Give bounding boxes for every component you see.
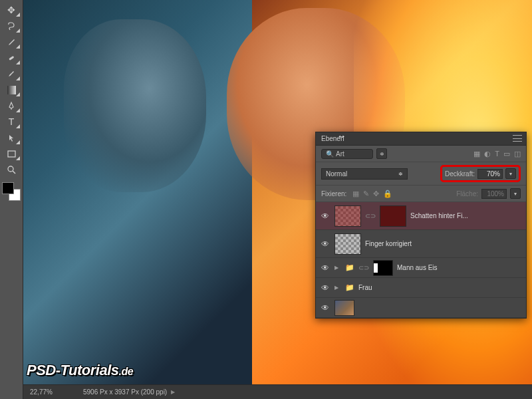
svg-point-3 (8, 166, 13, 172)
move-tool[interactable]: ✥ (2, 3, 21, 17)
eyedropper-tool[interactable] (2, 35, 21, 49)
tools-toolbar: ✥ T (0, 0, 23, 399)
brush-tool[interactable] (2, 66, 21, 81)
lock-transparency-icon[interactable]: ▦ (352, 190, 359, 198)
watermark: PSD-Tutorials.de (27, 362, 133, 379)
svg-rect-2 (8, 151, 15, 157)
lock-position-icon[interactable]: ✥ (373, 190, 379, 198)
folder-icon: 📁 (345, 283, 354, 292)
layer-name[interactable]: Schatten hinter Fi... (410, 212, 522, 219)
visibility-toggle-icon[interactable]: 👁 (320, 303, 331, 313)
filter-adjustment-icon[interactable]: ◐ (484, 150, 491, 158)
document-info: 5906 Px x 3937 Px (200 ppi) (83, 388, 167, 396)
zoom-level[interactable]: 22,77% (30, 388, 70, 396)
filter-type-icons: ▦ ◐ T ▭ ◫ (473, 150, 521, 158)
layers-panel: Ebenen 🔍 Art ≑ ▦ ◐ T ▭ ◫ Normal ≑ Deckkr… (315, 132, 527, 319)
layer-thumbnail[interactable] (334, 233, 361, 255)
panel-header: Ebenen (316, 132, 526, 146)
lock-label: Fixieren: (321, 190, 346, 198)
opacity-dropdown[interactable]: ▾ (505, 168, 516, 179)
zoom-tool[interactable] (2, 162, 21, 177)
group-mask-thumbnail[interactable] (373, 260, 393, 276)
type-tool[interactable]: T (2, 114, 21, 129)
filter-label: Art (336, 150, 344, 158)
visibility-toggle-icon[interactable]: 👁 (320, 239, 331, 249)
mask-link-icon[interactable]: ⊂⊃ (358, 264, 369, 271)
fill-dropdown[interactable]: ▾ (510, 188, 521, 199)
layer-group-row[interactable]: 👁 ▶ 📁 Frau (316, 278, 526, 298)
layer-group-row[interactable]: 👁 ▶ 📁 ⊂⊃ Mann aus Eis (316, 258, 526, 278)
filter-shape-icon[interactable]: ▭ (503, 150, 510, 158)
panel-title: Ebenen (321, 135, 344, 142)
search-icon: 🔍 (326, 150, 334, 158)
folder-icon: 📁 (345, 263, 354, 272)
status-bar: 22,77% 5906 Px x 3937 Px (200 ppi) ▶ (23, 384, 532, 399)
lasso-tool[interactable] (2, 19, 21, 33)
layer-mask-thumbnail[interactable] (380, 205, 406, 227)
layer-thumbnail[interactable] (334, 205, 361, 227)
watermark-suffix: .de (119, 366, 134, 377)
svg-line-4 (13, 171, 15, 174)
rectangle-tool[interactable] (2, 146, 21, 161)
layer-row[interactable]: 👁 ⊂⊃ Schatten hinter Fi... (316, 202, 526, 230)
expand-toggle-icon[interactable]: ▶ (334, 265, 341, 271)
path-selection-tool[interactable] (2, 130, 21, 145)
blend-mode-select[interactable]: Normal ≑ (321, 168, 408, 180)
expand-toggle-icon[interactable]: ▶ (334, 285, 341, 291)
filter-pixel-icon[interactable]: ▦ (473, 150, 480, 158)
lock-all-icon[interactable]: 🔒 (383, 190, 392, 198)
filter-dropdown-button[interactable]: ≑ (376, 148, 387, 159)
healing-brush-tool[interactable] (2, 51, 21, 65)
pen-tool[interactable] (2, 98, 21, 113)
panel-menu-icon[interactable] (513, 135, 522, 142)
foreground-color-swatch[interactable] (2, 182, 14, 194)
opacity-input[interactable]: 70% (477, 169, 503, 179)
layer-row[interactable]: 👁 Finger korrigiert (316, 230, 526, 258)
docinfo-chevron-icon[interactable]: ▶ (171, 389, 175, 395)
fill-label: Fläche: (456, 190, 478, 198)
filter-smart-icon[interactable]: ◫ (514, 150, 521, 158)
lock-pixels-icon[interactable]: ✎ (363, 190, 369, 198)
svg-rect-0 (9, 56, 14, 61)
visibility-toggle-icon[interactable]: 👁 (320, 211, 331, 221)
watermark-text: PSD-Tutorials (27, 362, 119, 378)
mask-link-icon[interactable]: ⊂⊃ (365, 212, 376, 219)
layers-list[interactable]: 👁 ⊂⊃ Schatten hinter Fi... 👁 Finger korr… (316, 202, 526, 318)
layer-name[interactable]: Frau (358, 284, 522, 291)
fill-input[interactable]: 100% (481, 189, 507, 199)
filter-row: 🔍 Art ≑ ▦ ◐ T ▭ ◫ (316, 146, 526, 162)
visibility-toggle-icon[interactable]: 👁 (320, 283, 331, 293)
layer-name[interactable]: Finger korrigiert (365, 240, 522, 247)
blend-mode-value: Normal (326, 170, 347, 178)
blend-row: Normal ≑ Deckkraft: ↔ 70% ▾ (316, 162, 526, 186)
color-swatches[interactable] (2, 182, 21, 201)
layer-thumbnail[interactable] (334, 300, 354, 316)
gradient-tool[interactable] (2, 82, 21, 97)
lock-row: Fixieren: ▦ ✎ ✥ 🔒 Fläche: 100% ▾ (316, 186, 526, 202)
chevron-down-icon: ≑ (398, 171, 403, 177)
svg-rect-1 (7, 86, 16, 94)
layer-row[interactable]: 👁 (316, 298, 526, 318)
visibility-toggle-icon[interactable]: 👁 (320, 263, 331, 273)
layer-filter-select[interactable]: 🔍 Art (321, 149, 373, 159)
filter-type-icon[interactable]: T (495, 150, 499, 158)
layer-name[interactable]: Mann aus Eis (397, 264, 522, 271)
opacity-highlight: Deckkraft: ↔ 70% ▾ (440, 165, 521, 182)
opacity-label[interactable]: Deckkraft: (445, 170, 475, 178)
